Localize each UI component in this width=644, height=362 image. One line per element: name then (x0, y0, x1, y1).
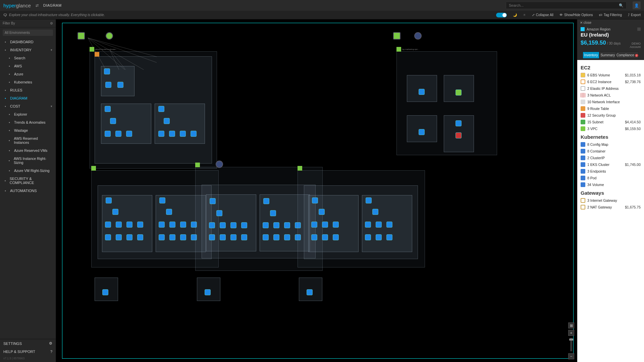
subnet-box[interactable] (197, 278, 220, 301)
subnet-box[interactable] (299, 278, 322, 301)
nav-label: AWS (14, 64, 22, 68)
user-menu[interactable]: 👤 (633, 1, 641, 9)
inventory-row[interactable]: 12 Security Group (581, 112, 641, 119)
tab-inventory[interactable]: Inventory (583, 52, 599, 59)
nav-aws-reserved-instances[interactable]: •AWS Reserved Instances (0, 134, 56, 146)
inventory-row[interactable]: 34 Volume (581, 181, 641, 188)
zoom-fit-button[interactable]: ⊞ (568, 322, 574, 328)
resource-cost: $4,414.50 (625, 120, 641, 124)
search-input[interactable]: 🔍 (506, 2, 627, 9)
inventory-row[interactable]: 3 Network ACL (581, 92, 641, 99)
diagram-canvas[interactable]: eksctl-hg-demo-cluster... (56, 19, 577, 362)
inventory-row[interactable]: 9 Route Table (581, 105, 641, 112)
search-icon[interactable]: 🔍 (619, 3, 624, 8)
nav-azure[interactable]: •Azure (0, 70, 56, 78)
nav-wastage[interactable]: •Wastage (0, 126, 56, 134)
nav-automations[interactable]: •AUTOMATIONS (0, 187, 56, 195)
nav-rules[interactable]: •RULES (0, 86, 56, 94)
resource-icon (581, 169, 585, 174)
nav-diagram[interactable]: •DIAGRAM (0, 94, 56, 102)
swap-icon[interactable]: ⇄ (36, 3, 39, 8)
collapse-all-button[interactable]: ⤢Collapse All (532, 13, 553, 17)
nav-label: Azure (14, 72, 23, 76)
resource-cost: $1,675.75 (625, 205, 641, 209)
nav-inventory[interactable]: •INVENTORY▾ (0, 46, 56, 54)
theme-toggle[interactable] (496, 13, 507, 17)
inventory-row[interactable]: 1 EKS Cluster$1,745.00 (581, 161, 641, 168)
inventory-row[interactable]: 2 NAT Gateway$1,675.75 (581, 204, 641, 210)
nav-aws[interactable]: •AWS (0, 62, 56, 70)
user-icon: 👤 (634, 3, 639, 8)
resource-icon (581, 73, 585, 77)
pin-icon[interactable] (637, 27, 641, 31)
show-hide-button[interactable]: 👁Show/Hide Options (559, 13, 593, 17)
zoom-in-button[interactable]: + (568, 330, 574, 336)
gateway-node[interactable] (393, 32, 400, 40)
inventory-row[interactable]: 6 EBS Volume$1,015.18 (581, 72, 641, 78)
inventory-row[interactable]: 6 EC2 Instance$2,738.76 (581, 78, 641, 85)
close-panel-button[interactable]: ✕ close (577, 19, 644, 26)
resource-label: 12 Security Group (587, 113, 616, 117)
inventory-row[interactable]: 10 Network Interface (581, 99, 641, 105)
inventory-row[interactable]: 2 Elastic IP Address (581, 85, 641, 92)
version-text: v7.1.5 | 8578963 (0, 356, 56, 362)
resource-label: 3 Network ACL (587, 93, 611, 97)
export-button[interactable]: ⤴Export (628, 13, 641, 17)
shield-icon: • (3, 88, 7, 92)
nav-aws-instance-right-sizing[interactable]: •AWS Instance Right-Sizing (0, 155, 56, 167)
nav-search[interactable]: •Search (0, 54, 56, 62)
export-icon: ⤴ (628, 13, 630, 17)
environment-select[interactable]: All Environments (3, 29, 53, 36)
tag-filter-button[interactable]: 🏷Tag Filtering (599, 13, 622, 17)
nav-kubernetes[interactable]: •Kubernetes (0, 78, 56, 86)
inventory-row[interactable]: 3 VPC$6,159.50 (581, 125, 641, 132)
search-field[interactable] (509, 3, 619, 7)
inventory-row[interactable]: 3 Internet Gateway (581, 197, 641, 204)
resource-label: 15 Subnet (587, 120, 603, 124)
gateway-node[interactable] (106, 32, 113, 40)
nav-azure-reserved-vms[interactable]: •Azure Reserved VMs (0, 146, 56, 155)
subnet-box[interactable] (95, 278, 118, 301)
inventory-row[interactable]: 15 Subnet$4,414.50 (581, 119, 641, 125)
cluster-group[interactable] (298, 170, 425, 267)
inventory-row[interactable]: 8 Container (581, 148, 641, 155)
vpc-group[interactable]: hg-marketing-vpc... (396, 51, 497, 155)
resource-label: 8 Container (587, 149, 605, 153)
resource-icon (581, 93, 585, 98)
nav-label: DIAGRAM (10, 96, 27, 100)
filter-icon[interactable]: ⚙ (50, 21, 53, 25)
nav-label: AWS Reserved Instances (14, 136, 52, 144)
help-link[interactable]: HELP & SUPPORT? (0, 348, 56, 356)
inventory-row[interactable]: 3 Endpoints (581, 168, 641, 175)
nav-security-compliance[interactable]: •SECURITY & COMPLIANCE (0, 175, 56, 187)
trend-icon: • (7, 120, 11, 124)
nav-azure-vm-right-sizing[interactable]: •Azure VM Right-Sizing (0, 167, 56, 175)
zoom-slider[interactable] (570, 338, 572, 351)
nav-dashboard[interactable]: •DASHBOARD (0, 38, 56, 46)
zoom-out-button[interactable]: − (568, 353, 574, 359)
tab-summary[interactable]: Summary (599, 52, 616, 59)
compliance-badge: 2 (635, 54, 638, 57)
gateway-node[interactable] (77, 32, 85, 40)
nav-explorer[interactable]: •Explorer (0, 110, 56, 118)
gateway-node[interactable] (414, 32, 422, 40)
nav-trends-anomalies[interactable]: •Trends & Anomalies (0, 118, 56, 126)
settings-link[interactable]: SETTINGS⚙ (0, 339, 56, 348)
eye-icon: 👁 (559, 13, 563, 17)
resource-label: 6 EC2 Instance (587, 80, 611, 84)
ri-icon: • (7, 138, 11, 142)
vpc-group[interactable]: eksctl-hg-demo-cluster... (90, 51, 217, 169)
nav-label: Kubernetes (14, 80, 32, 84)
resource-icon (581, 106, 585, 111)
chevron-down-icon: ▾ (51, 105, 52, 108)
compass-icon: • (7, 112, 11, 116)
inventory-row[interactable]: 8 Pod (581, 175, 641, 181)
nav-label: Search (14, 56, 25, 60)
inventory-row[interactable]: 8 Config Map (581, 141, 641, 148)
inventory-row[interactable]: 2 ClusterIP (581, 155, 641, 161)
details-panel: ✕ close Amazon Region EU (Ireland) $6,15… (577, 19, 644, 362)
resource-icon (581, 113, 585, 118)
tab-compliance[interactable]: Compliance2 (616, 52, 639, 59)
nav-cost[interactable]: •COST▾ (0, 102, 56, 110)
lock-icon: • (3, 179, 7, 183)
